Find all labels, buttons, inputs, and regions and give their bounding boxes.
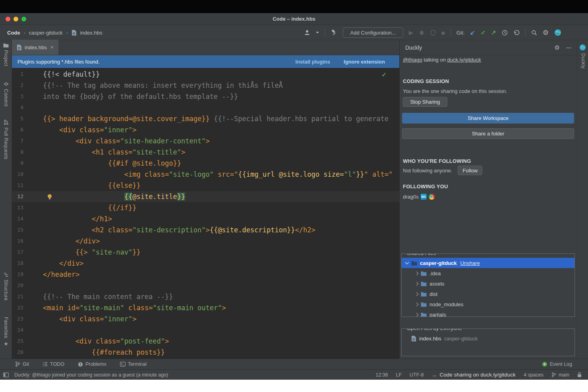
- tab-index-hbs[interactable]: index.hbs ×: [12, 40, 58, 55]
- shared-files-item[interactable]: partials: [402, 309, 574, 317]
- status-bar: Duckly: @thiago joined your coding sessi…: [0, 369, 588, 380]
- share-folder-button[interactable]: Share a folder: [402, 128, 574, 139]
- code-line[interactable]: </div>: [42, 236, 399, 247]
- ignore-extension-link[interactable]: Ignore extension: [344, 59, 385, 65]
- inspections-ok-check-icon[interactable]: ✓: [381, 71, 387, 78]
- shared-files-item[interactable]: assets: [402, 278, 574, 289]
- duckly-duck-icon[interactable]: [554, 29, 561, 36]
- toolwindow-problems[interactable]: Problems: [78, 361, 106, 367]
- install-plugins-link[interactable]: Install plugins: [296, 59, 330, 65]
- breadcrumb-app[interactable]: Code: [7, 30, 20, 36]
- duckly-duck-icon[interactable]: [579, 44, 586, 52]
- open-file-row[interactable]: index.hbs casper-gitduck: [402, 334, 574, 343]
- breadcrumb-file[interactable]: index.hbs: [80, 30, 103, 36]
- code-line[interactable]: {{> header background=@site.cover_image}…: [42, 113, 399, 124]
- shared-files-item[interactable]: .idea: [402, 268, 574, 278]
- code-line[interactable]: <main id="site-main" class="site-main ou…: [42, 302, 399, 313]
- history-clock-icon[interactable]: [502, 30, 508, 36]
- code-line[interactable]: {{!-- The tag above means: insert everyt…: [42, 80, 399, 91]
- shared-files-item[interactable]: dist: [402, 289, 574, 299]
- code-line[interactable]: </header>: [42, 269, 399, 280]
- lock-icon[interactable]: [577, 372, 582, 377]
- panel-settings-gear-icon[interactable]: ⚙: [555, 44, 560, 51]
- debug-bug-icon[interactable]: [419, 30, 425, 35]
- code-line[interactable]: <img class="site-logo" src="{{img_url @s…: [42, 169, 399, 180]
- rollback-undo-icon[interactable]: [513, 29, 520, 36]
- editor-code-lines[interactable]: {{!< default}}{{!-- The tag above means:…: [42, 68, 399, 359]
- sidebar-item-project[interactable]: Project: [0, 43, 12, 66]
- code-line[interactable]: {{!-- The main content area --}}: [42, 291, 399, 302]
- stripe-label-duckly[interactable]: Duckly: [580, 53, 586, 69]
- code-line[interactable]: {{!< default}}: [42, 69, 399, 80]
- chevron-right-icon[interactable]: [415, 292, 419, 296]
- toolwindow-git[interactable]: Git: [15, 361, 29, 367]
- toolwindow-event-log[interactable]: Event Log: [542, 361, 588, 367]
- settings-gear-icon[interactable]: ⚙: [543, 29, 549, 37]
- chevron-down-icon[interactable]: [405, 261, 409, 265]
- code-line[interactable]: [42, 102, 399, 113]
- git-branch-widget[interactable]: main: [551, 372, 569, 378]
- unshare-link[interactable]: Unshare: [460, 260, 480, 266]
- session-url-link[interactable]: duck.ly/gitduck: [447, 57, 481, 63]
- indent-indicator[interactable]: 4 spaces: [524, 372, 544, 378]
- code-line[interactable]: </div>: [42, 258, 399, 269]
- code-line[interactable]: <div class="inner">: [42, 313, 399, 324]
- run-with-coverage-icon[interactable]: [430, 30, 436, 36]
- code-sharing-widget[interactable]: ↔ Code sharing on duck.ly/gitduck: [432, 372, 516, 378]
- git-push-icon[interactable]: ↗: [491, 29, 496, 36]
- chevron-right-icon[interactable]: [415, 271, 419, 275]
- line-number: 17: [12, 247, 42, 258]
- code-line[interactable]: <div class="site-header-content">: [42, 135, 399, 147]
- code-line[interactable]: </h1>: [42, 213, 399, 224]
- encoding-indicator[interactable]: UTF-8: [410, 372, 424, 378]
- chevron-right-icon[interactable]: [415, 313, 419, 317]
- code-line[interactable]: <div class="inner">: [42, 124, 399, 135]
- toolwindow-toggle-icon[interactable]: [3, 373, 9, 377]
- breadcrumb-project[interactable]: casper-gitduck: [29, 30, 63, 36]
- code-line[interactable]: [42, 280, 399, 291]
- open-files-label: Open Files by Everyone: [405, 328, 464, 331]
- sidebar-item-favorites[interactable]: Favorites ★: [0, 317, 12, 347]
- code-line[interactable]: {{else}}: [42, 180, 399, 191]
- stop-sharing-button[interactable]: Stop Sharing: [403, 97, 447, 107]
- toolwindow-terminal[interactable]: Terminal: [120, 361, 147, 367]
- chevron-right-icon[interactable]: [415, 302, 419, 306]
- search-icon[interactable]: [531, 30, 537, 36]
- code-editor[interactable]: 1234567891011121314151617181920212223242…: [12, 68, 399, 359]
- shared-files-root-row[interactable]: casper-gitduck Unshare: [402, 258, 574, 268]
- chevron-down-icon[interactable]: [316, 32, 319, 33]
- share-workspace-button[interactable]: Share Workspace: [402, 113, 574, 124]
- run-button[interactable]: ▶: [409, 30, 413, 35]
- stop-button[interactable]: ■: [441, 30, 445, 36]
- code-line[interactable]: {{@site.title}}: [42, 191, 399, 202]
- sidebar-item-pull-requests[interactable]: Pull Requests: [0, 120, 12, 160]
- sidebar-item-structure[interactable]: Structure: [0, 272, 12, 301]
- code-line[interactable]: {{/if}}: [42, 202, 399, 213]
- add-configuration-button[interactable]: Add Configuration...: [343, 27, 403, 38]
- code-line[interactable]: into the {body} of the default.hbs templ…: [42, 91, 399, 102]
- close-tab-icon[interactable]: ×: [50, 44, 54, 50]
- build-hammer-icon[interactable]: [331, 29, 337, 36]
- line-ending-indicator[interactable]: LF: [396, 372, 402, 378]
- code-line[interactable]: {{#if @site.logo}}: [42, 158, 399, 169]
- git-update-icon[interactable]: ↙: [470, 29, 475, 36]
- intention-bulb-icon[interactable]: [47, 194, 52, 201]
- code-line[interactable]: [42, 324, 399, 336]
- chevron-right-icon[interactable]: [415, 282, 419, 286]
- code-line[interactable]: <div class="post-feed">: [42, 336, 399, 347]
- code-line[interactable]: <h2 class="site-description">{{@site.des…: [42, 224, 399, 236]
- toolwindow-todo[interactable]: TODO: [43, 361, 64, 367]
- follow-button[interactable]: Follow: [458, 166, 482, 175]
- code-line[interactable]: {{#foreach posts}}: [42, 347, 399, 358]
- code-token: <main id=: [43, 304, 79, 312]
- line-number: 19: [12, 269, 42, 280]
- git-commit-check-icon[interactable]: ✓: [481, 29, 486, 36]
- folder-icon: [421, 271, 427, 276]
- sidebar-item-commit[interactable]: Commit: [0, 81, 12, 106]
- shared-files-item[interactable]: node_modules: [402, 299, 574, 309]
- user-account-icon[interactable]: [304, 29, 310, 36]
- code-line[interactable]: {{> "site-nav"}}: [42, 247, 399, 258]
- code-line[interactable]: <h1 class="site-title">: [42, 147, 399, 158]
- hide-panel-icon[interactable]: —: [566, 44, 571, 50]
- user-link[interactable]: @thiago: [403, 57, 422, 63]
